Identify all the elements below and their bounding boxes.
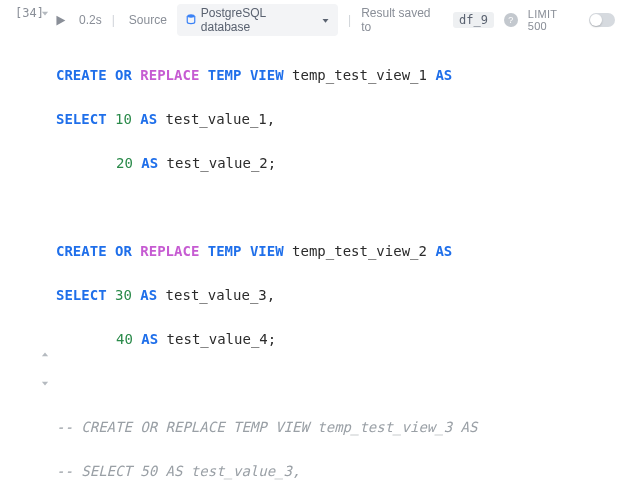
fold-icon[interactable] — [40, 378, 50, 388]
svg-marker-5 — [323, 19, 329, 23]
svg-marker-2 — [42, 382, 48, 386]
database-icon — [185, 13, 197, 28]
source-name: PostgreSQL database — [201, 6, 317, 34]
cell-toolbar: 0.2s | Source PostgreSQL database | Resu… — [48, 0, 623, 40]
result-var-chip[interactable]: df_9 — [453, 12, 494, 28]
sql-editor[interactable]: CREATE OR REPLACE TEMP VIEW temp_test_vi… — [48, 40, 623, 500]
result-saved-label: Result saved to — [361, 6, 443, 34]
separator: | — [348, 13, 351, 27]
info-icon[interactable]: ? — [504, 13, 518, 27]
svg-point-4 — [187, 14, 195, 17]
chevron-down-icon — [321, 16, 330, 25]
limit-label: LIMIT 500 — [528, 8, 580, 32]
source-selector[interactable]: PostgreSQL database — [177, 4, 338, 36]
cell-gutter: [34] — [0, 0, 48, 500]
svg-marker-1 — [42, 353, 48, 357]
separator: | — [112, 13, 115, 27]
fold-icon[interactable] — [40, 350, 50, 360]
run-duration: 0.2s — [79, 13, 102, 27]
fold-icon[interactable] — [40, 8, 50, 18]
svg-marker-3 — [56, 15, 65, 25]
source-label: Source — [129, 13, 167, 27]
limit-toggle[interactable] — [589, 13, 615, 27]
run-button[interactable] — [52, 12, 69, 29]
svg-marker-0 — [42, 12, 48, 16]
